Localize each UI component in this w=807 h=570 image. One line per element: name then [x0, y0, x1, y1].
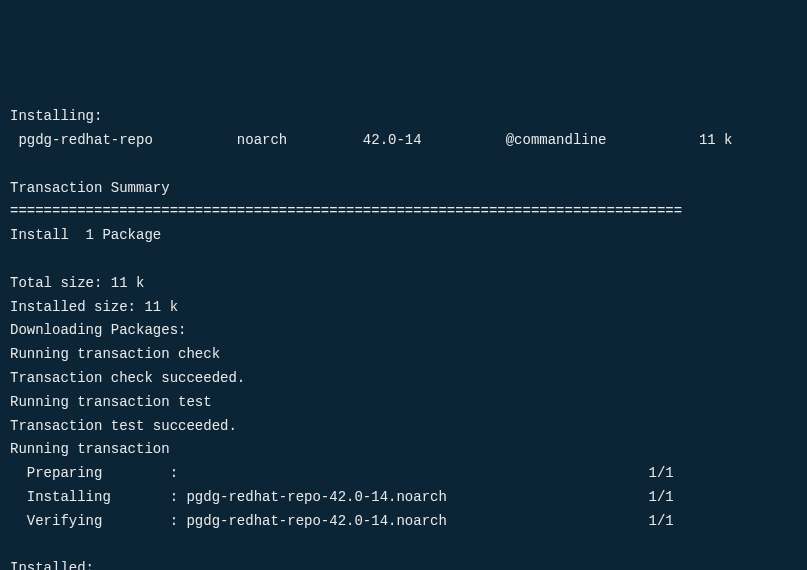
- downloading-packages: Downloading Packages:: [10, 322, 186, 338]
- separator-line: ========================================…: [10, 203, 682, 219]
- install-count: Install 1 Package: [10, 227, 161, 243]
- transaction-check-succeeded: Transaction check succeeded.: [10, 370, 245, 386]
- running-transaction-check: Running transaction check: [10, 346, 220, 362]
- transaction-test-succeeded: Transaction test succeeded.: [10, 418, 237, 434]
- verifying-step: Verifying : pgdg-redhat-repo-42.0-14.noa…: [10, 513, 674, 529]
- package-row: pgdg-redhat-repo noarch 42.0-14 @command…: [10, 132, 733, 148]
- installed-size: Installed size: 11 k: [10, 299, 178, 315]
- running-transaction-test: Running transaction test: [10, 394, 212, 410]
- installing-step: Installing : pgdg-redhat-repo-42.0-14.no…: [10, 489, 674, 505]
- installed-header: Installed:: [10, 560, 94, 570]
- terminal-output: Installing: pgdg-redhat-repo noarch 42.0…: [10, 105, 797, 570]
- transaction-summary-header: Transaction Summary: [10, 180, 170, 196]
- running-transaction: Running transaction: [10, 441, 170, 457]
- installing-header: Installing:: [10, 108, 102, 124]
- preparing-step: Preparing : 1/1: [10, 465, 674, 481]
- total-size: Total size: 11 k: [10, 275, 144, 291]
